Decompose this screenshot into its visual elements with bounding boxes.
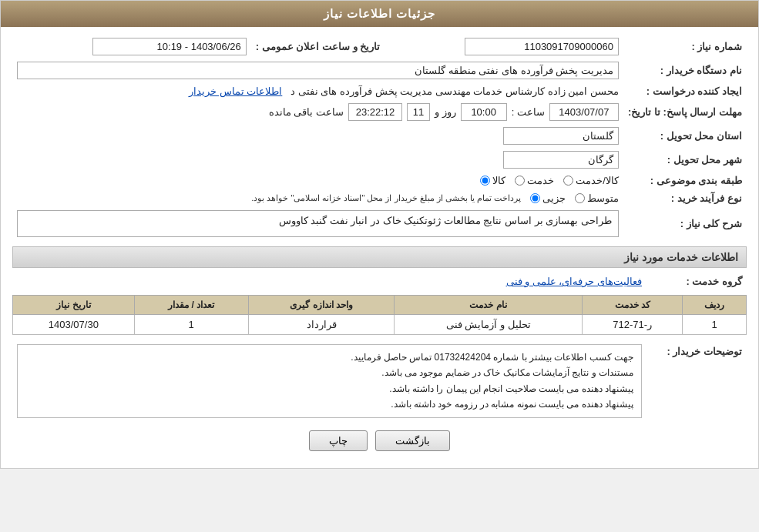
deadline-day: 11 — [407, 103, 430, 121]
deadline-remaining-label: ساعت باقی مانده — [269, 106, 344, 118]
col-row-num: ردیف — [683, 296, 747, 315]
col-date: تاریخ نیاز — [13, 296, 135, 315]
table-cell: 1403/07/30 — [13, 315, 135, 335]
city-label: شهر محل تحویل : — [623, 148, 747, 172]
col-service-code: کد خدمت — [583, 296, 683, 315]
category-kala-khedmat-label: کالا/خدمت — [576, 175, 619, 186]
need-desc-value-cell: طراحی بهسازی بر اساس نتایج مطالعات ژئوتک… — [12, 207, 623, 240]
row-deadline: مهلت ارسال پاسخ: تا تاریخ: 1403/07/07 سا… — [12, 100, 747, 124]
page-header: جزئیات اطلاعات نیاز — [1, 1, 758, 27]
creator-label: ایجاد کننده درخواست : — [623, 82, 747, 100]
buyer-note-line: جهت کسب اطلاعات بیشتر با شماره 017324242… — [25, 350, 633, 365]
buyer-notes-label: توضیحات خریدار : — [646, 341, 747, 421]
service-section-title: اطلاعات خدمات مورد نیاز — [12, 246, 747, 268]
service-items-table: ردیف کد خدمت نام خدمت واحد اندازه گیری ت… — [12, 295, 747, 335]
purchase-option-motavasset[interactable]: متوسط — [575, 192, 619, 204]
province-value-cell: گلستان — [12, 124, 623, 148]
need-number-value: 1103091709000060 — [385, 35, 623, 59]
deadline-time: 10:00 — [461, 103, 507, 121]
need-desc-box: طراحی بهسازی بر اساس نتایج مطالعات ژئوتک… — [17, 210, 619, 237]
service-table-body: 1ر-71-712تحلیل و آزمایش فنیقرارداد11403/… — [13, 315, 747, 335]
city-box: گرگان — [503, 151, 619, 169]
deadline-row: 1403/07/07 ساعت : 10:00 روز و 11 23:22:1… — [17, 103, 619, 121]
category-kala-label: کالا — [492, 175, 505, 186]
buyer-notes-table: توضیحات خریدار : جهت کسب اطلاعات بیشتر ب… — [12, 341, 747, 421]
service-group-value-cell: فعالیت‌های حرفه‌ای، علمی و فنی — [12, 273, 646, 290]
col-quantity: تعداد / مقدار — [134, 296, 248, 315]
creator-value-cell: محسن امین زاده کارشناس خدمات مهندسی مدیر… — [12, 82, 623, 100]
service-group-value[interactable]: فعالیت‌های حرفه‌ای، علمی و فنی — [506, 276, 642, 287]
deadline-date: 1403/07/07 — [549, 103, 619, 121]
creator-link[interactable]: اطلاعات تماس خریدار — [189, 85, 282, 97]
purchase-jozii-label: جزیی — [542, 192, 566, 204]
province-label: استان محل تحویل : — [623, 124, 747, 148]
print-button[interactable]: چاپ — [309, 430, 368, 451]
purchase-option-jozii[interactable]: جزیی — [530, 192, 566, 204]
row-province: استان محل تحویل : گلستان — [12, 124, 747, 148]
category-kala-khedmat-radio[interactable] — [563, 176, 573, 186]
info-table: شماره نیاز : 1103091709000060 تاریخ و سا… — [12, 35, 747, 240]
category-kala-radio[interactable] — [480, 176, 490, 186]
deadline-remaining: 23:22:12 — [348, 103, 402, 121]
col-service-name: نام خدمت — [395, 296, 583, 315]
announce-box: 1403/06/26 - 10:19 — [92, 38, 247, 55]
buyer-notes-box: جهت کسب اطلاعات بیشتر با شماره 017324242… — [17, 344, 642, 418]
purchase-motavasset-radio[interactable] — [575, 193, 585, 203]
row-creator: ایجاد کننده درخواست : محسن امین زاده کار… — [12, 82, 747, 100]
category-khedmat-label: خدمت — [527, 175, 554, 186]
button-row: بازگشت چاپ — [12, 430, 747, 451]
page-container: جزئیات اطلاعات نیاز شماره نیاز : 1103091… — [0, 0, 759, 469]
province-box: گلستان — [503, 127, 619, 145]
purchase-type-value-cell: متوسط جزیی پرداخت تمام یا بخشی از مبلغ خ… — [12, 189, 623, 207]
purchase-jozii-radio[interactable] — [530, 193, 540, 203]
table-cell: 1 — [134, 315, 248, 335]
table-cell: 1 — [683, 315, 747, 335]
back-button[interactable]: بازگشت — [375, 430, 450, 451]
announce-label: تاریخ و ساعت اعلان عمومی : — [251, 35, 385, 59]
row-service-group: گروه خدمت : فعالیت‌های حرفه‌ای، علمی و ف… — [12, 273, 747, 290]
row-buyer-notes: توضیحات خریدار : جهت کسب اطلاعات بیشتر ب… — [12, 341, 747, 421]
service-table-header-row: ردیف کد خدمت نام خدمت واحد اندازه گیری ت… — [13, 296, 747, 315]
row-category: طبقه بندی موضوعی : کالا/خدمت خدمت کالا — [12, 172, 747, 189]
need-number-box: 1103091709000060 — [465, 38, 619, 55]
category-label: طبقه بندی موضوعی : — [623, 172, 747, 189]
row-buyer: نام دستگاه خریدار : مدیریت پخش فرآورده ه… — [12, 59, 747, 82]
deadline-time-label: ساعت : — [512, 106, 545, 118]
category-option-khedmat[interactable]: خدمت — [515, 175, 554, 186]
creator-value: محسن امین زاده کارشناس خدمات مهندسی مدیر… — [291, 85, 619, 97]
category-value-cell: کالا/خدمت خدمت کالا — [12, 172, 623, 189]
buyer-note-line: پیشنهاد دهنده می بایست نمونه مشابه در رز… — [25, 396, 633, 412]
service-table-head: ردیف کد خدمت نام خدمت واحد اندازه گیری ت… — [13, 296, 747, 315]
purchase-radio-group: متوسط جزیی — [530, 192, 619, 204]
buyer-value-cell: مدیریت پخش فرآورده های نفتی منطقه گلستان — [12, 59, 623, 82]
main-content: شماره نیاز : 1103091709000060 تاریخ و سا… — [1, 27, 758, 468]
need-desc-text: طراحی بهسازی بر اساس نتایج مطالعات ژئوتک… — [279, 215, 612, 226]
table-cell: قرارداد — [248, 315, 395, 335]
buyer-notes-value-cell: جهت کسب اطلاعات بیشتر با شماره 017324242… — [12, 341, 646, 421]
buyer-note-line: مستندات و نتایج آزمایشات مکانیک خاک در ض… — [25, 365, 633, 380]
buyer-label: نام دستگاه خریدار : — [623, 59, 747, 82]
category-khedmat-radio[interactable] — [515, 176, 525, 186]
table-row: 1ر-71-712تحلیل و آزمایش فنیقرارداد11403/… — [13, 315, 747, 335]
deadline-label: مهلت ارسال پاسخ: تا تاریخ: — [623, 100, 747, 124]
col-unit: واحد اندازه گیری — [248, 296, 395, 315]
service-group-table: گروه خدمت : فعالیت‌های حرفه‌ای، علمی و ف… — [12, 273, 747, 290]
buyer-note-line: پیشنهاد دهنده می بایست صلاحیت انجام این … — [25, 381, 633, 396]
row-need-announce: شماره نیاز : 1103091709000060 تاریخ و سا… — [12, 35, 747, 59]
need-desc-label: شرح کلی نیاز : — [623, 207, 747, 240]
table-cell: تحلیل و آزمایش فنی — [395, 315, 583, 335]
need-number-label: شماره نیاز : — [623, 35, 747, 59]
purchase-type-row: متوسط جزیی پرداخت تمام یا بخشی از مبلغ خ… — [17, 192, 619, 204]
announce-value: 1403/06/26 - 10:19 — [12, 35, 251, 59]
category-radio-group: کالا/خدمت خدمت کالا — [17, 175, 619, 186]
table-cell: ر-71-712 — [583, 315, 683, 335]
service-group-label: گروه خدمت : — [646, 273, 747, 290]
page-title: جزئیات اطلاعات نیاز — [324, 7, 435, 20]
purchase-type-label: نوع فرآیند خرید : — [623, 189, 747, 207]
purchase-note: پرداخت تمام یا بخشی از مبلغ خریدار از مح… — [251, 193, 521, 203]
row-city: شهر محل تحویل : گرگان — [12, 148, 747, 172]
row-purchase-type: نوع فرآیند خرید : متوسط جزیی — [12, 189, 747, 207]
category-option-kala-khedmat[interactable]: کالا/خدمت — [563, 175, 619, 186]
category-option-kala[interactable]: کالا — [480, 175, 505, 186]
deadline-value-cell: 1403/07/07 ساعت : 10:00 روز و 11 23:22:1… — [12, 100, 623, 124]
